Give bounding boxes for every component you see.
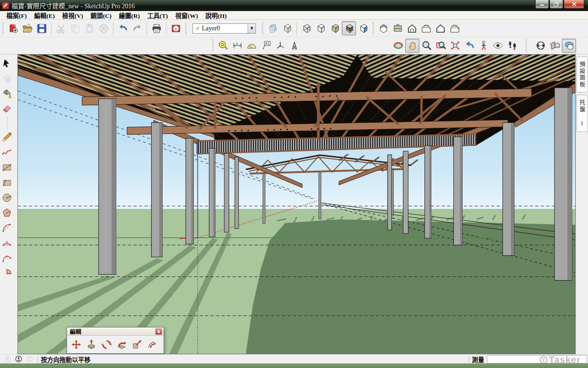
close-icon (571, 2, 577, 6)
freehand-button[interactable] (0, 145, 14, 159)
select-button[interactable] (0, 56, 14, 70)
panel-tab-1[interactable]: 托盤 1 (577, 95, 588, 132)
rotated-rectangle-button[interactable] (0, 175, 14, 190)
look-around-icon (492, 40, 503, 51)
line-button[interactable] (0, 130, 14, 144)
arc-button[interactable] (0, 221, 14, 235)
tape-measure-button[interactable] (216, 39, 230, 53)
edit-floating-toolbar[interactable]: 編輯 x (67, 327, 164, 354)
display-section-planes-icon (549, 40, 560, 51)
paint-bucket-button[interactable] (0, 86, 14, 101)
front-view-icon (407, 23, 418, 34)
toolbar-grip[interactable] (2, 23, 4, 34)
xray-button[interactable] (266, 21, 280, 35)
minimize-button[interactable] (535, 0, 549, 9)
edit-toolbar-titlebar[interactable]: 編輯 x (67, 328, 164, 336)
menu-item-1[interactable]: 編輯(E) (30, 11, 58, 20)
menu-item-5[interactable]: 工具(T) (144, 11, 172, 20)
section-plane-button[interactable] (533, 39, 548, 53)
look-around-button[interactable] (491, 39, 505, 53)
select-icon (1, 58, 12, 69)
erase-icon (98, 23, 109, 34)
position-camera-button[interactable] (476, 39, 491, 53)
credit-button[interactable] (13, 355, 24, 363)
top-view-button[interactable] (390, 21, 405, 35)
zoom-button[interactable] (419, 39, 434, 53)
eraser-button[interactable] (0, 102, 14, 116)
menu-item-2[interactable]: 檢視(V) (58, 11, 87, 20)
construction-toolbar: A1 (216, 37, 301, 54)
pie-button[interactable] (0, 266, 14, 281)
restore-button[interactable] (549, 0, 563, 9)
axes-button[interactable] (273, 39, 287, 53)
save-button[interactable] (34, 21, 49, 35)
dimensions-button[interactable] (230, 39, 244, 53)
orbit-button[interactable] (391, 39, 405, 53)
walk-button[interactable] (505, 39, 519, 53)
toolbar-grip[interactable] (212, 40, 214, 52)
toolbar-separator (7, 117, 7, 130)
zoom-window-button[interactable] (434, 39, 448, 53)
toolbar-grip[interactable] (262, 23, 263, 34)
open-button[interactable] (20, 21, 34, 35)
back-edges-button[interactable] (280, 21, 294, 35)
text-button[interactable]: A1 (259, 39, 273, 53)
print-button[interactable] (149, 21, 164, 35)
move-button[interactable] (68, 337, 84, 352)
push-pull-button[interactable] (84, 337, 99, 352)
offset-button[interactable] (144, 337, 159, 352)
title-bar: 福寶-實際尺寸建模_new - SketchUp Pro 2016 (0, 0, 588, 11)
scale-button[interactable] (129, 337, 144, 352)
two-point-arc-button[interactable] (0, 236, 14, 250)
redo-button[interactable] (130, 21, 144, 35)
menu-item-0[interactable]: 檔案(F) (3, 11, 30, 20)
shaded-button[interactable] (328, 21, 342, 35)
left-view-button[interactable] (447, 21, 462, 35)
toolbar-grip[interactable] (373, 23, 374, 34)
display-section-cuts-button[interactable] (562, 39, 576, 53)
three-point-arc-button[interactable] (0, 251, 14, 265)
chevron-down-icon[interactable]: ▼ (248, 24, 255, 33)
menu-item-6[interactable]: 視窗(W) (172, 11, 202, 20)
measurement-input[interactable] (487, 355, 587, 363)
panel-tab-0[interactable]: 預設面板 (577, 57, 588, 92)
back-view-button[interactable] (433, 21, 447, 35)
top-view-icon (392, 23, 403, 34)
display-section-planes-button[interactable] (548, 39, 562, 53)
iso-view-button[interactable] (376, 21, 390, 35)
front-view-button[interactable] (405, 21, 419, 35)
layer-dropdown[interactable]: ✓ Layer0 ▼ (192, 23, 256, 34)
close-button[interactable] (564, 0, 584, 9)
wireframe-button[interactable] (299, 21, 313, 35)
zoom-window-icon (435, 40, 447, 51)
follow-me-button[interactable] (114, 337, 129, 352)
copy-button (68, 21, 82, 35)
model-info-button[interactable] (169, 21, 183, 35)
right-view-button[interactable] (419, 21, 433, 35)
hidden-line-button[interactable] (313, 21, 328, 35)
pan-button[interactable] (405, 39, 419, 53)
new-button[interactable] (6, 21, 20, 35)
previous-button[interactable] (462, 39, 476, 53)
protractor-button[interactable] (244, 39, 259, 53)
viewport-canvas[interactable] (17, 54, 576, 354)
menu-item-4[interactable]: 繪圖(R) (115, 11, 144, 20)
undo-button[interactable] (116, 21, 130, 35)
rectangle-button[interactable] (0, 160, 14, 174)
circle-button[interactable] (0, 190, 14, 205)
close-icon[interactable]: x (155, 328, 162, 335)
menu-item-7[interactable]: 說明(H) (202, 11, 231, 20)
zoom-extents-button[interactable] (448, 39, 462, 53)
line-icon (1, 132, 12, 143)
toolbar-grip[interactable] (526, 40, 527, 52)
polygon-button[interactable] (0, 206, 14, 220)
shaded-textures-button[interactable] (342, 21, 356, 35)
window-controls (535, 0, 588, 11)
menu-item-3[interactable]: 鏡頭(C) (87, 11, 115, 20)
rotate-button[interactable] (99, 337, 114, 352)
signin-icon (26, 355, 34, 363)
toolbar-grip[interactable] (185, 23, 187, 34)
scale-icon (131, 339, 142, 350)
monochrome-button[interactable] (356, 21, 370, 35)
3d-text-button[interactable] (287, 39, 301, 53)
